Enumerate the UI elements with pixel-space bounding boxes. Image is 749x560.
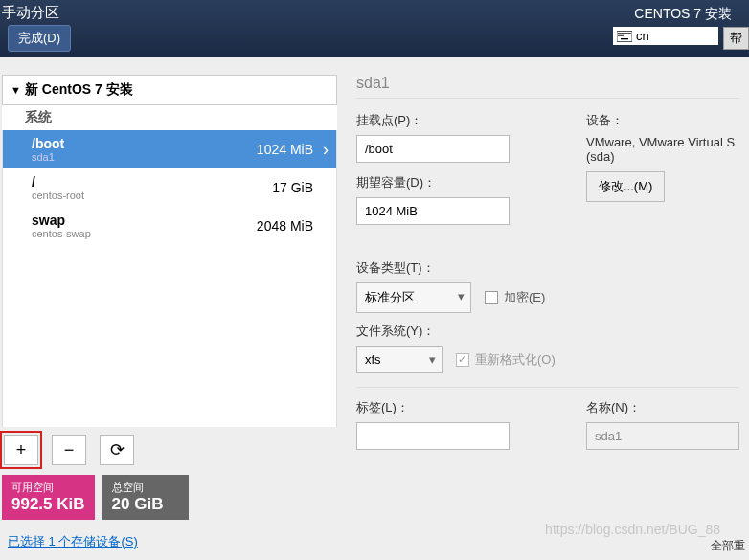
system-label: 系统 <box>2 105 337 130</box>
svg-rect-4 <box>624 33 624 34</box>
filesystem-label: 文件系统(Y)： <box>356 323 739 340</box>
svg-rect-7 <box>629 33 630 34</box>
svg-rect-11 <box>621 38 628 39</box>
refresh-button[interactable]: ⟳ <box>100 435 134 465</box>
detail-panel: sda1 挂载点(P)： 期望容量(D)： 设备： VMware, VMware… <box>337 75 749 560</box>
encrypt-label: 加密(E) <box>504 289 545 306</box>
installer-title: CENTOS 7 安装 <box>634 6 732 23</box>
tag-input[interactable] <box>356 422 510 450</box>
encrypt-checkbox-row[interactable]: 加密(E) <box>485 289 545 306</box>
total-space-label: 总空间 <box>112 481 179 495</box>
svg-rect-3 <box>622 33 623 34</box>
tag-label: 标签(L)： <box>356 399 510 416</box>
modify-button[interactable]: 修改...(M) <box>586 171 665 202</box>
partition-device: centos-root <box>32 190 84 201</box>
reformat-checkbox-row[interactable]: 重新格式化(O) <box>456 351 556 369</box>
remove-partition-button[interactable]: − <box>52 435 86 465</box>
available-space-box: 可用空间 992.5 KiB <box>2 475 95 520</box>
reset-all-label[interactable]: 全部重 <box>711 538 745 554</box>
partition-item-swap[interactable]: swap centos-swap 2048 MiB <box>3 207 336 245</box>
done-button[interactable]: 完成(D) <box>8 25 71 52</box>
header: 手动分区 完成(D) CENTOS 7 安装 cn 帮 <box>0 0 749 57</box>
chevron-down-icon: ▼ <box>11 84 21 96</box>
device-type-label: 设备类型(T)： <box>356 259 739 277</box>
mount-point-label: 挂载点(P)： <box>356 112 510 129</box>
svg-rect-10 <box>622 34 623 35</box>
desired-capacity-input[interactable] <box>356 197 510 225</box>
detail-title: sda1 <box>356 75 739 99</box>
chevron-right-icon: › <box>323 140 329 160</box>
partition-mount: /boot <box>32 136 64 151</box>
help-button[interactable]: 帮 <box>723 27 749 50</box>
page-title: 手动分区 <box>2 4 59 22</box>
partition-mount: / <box>32 174 84 190</box>
name-input <box>586 422 739 450</box>
install-tree-title: 新 CentOS 7 安装 <box>25 81 133 99</box>
add-partition-button[interactable]: + <box>4 435 38 465</box>
svg-rect-8 <box>618 34 619 35</box>
encrypt-checkbox[interactable] <box>485 291 498 304</box>
reformat-label: 重新格式化(O) <box>475 351 556 369</box>
keyboard-layout[interactable]: cn <box>613 27 718 45</box>
available-space-value: 992.5 KiB <box>11 495 85 514</box>
partition-list: /boot sda1 1024 MiB › / centos-root 17 G… <box>2 130 337 427</box>
partition-item-boot[interactable]: /boot sda1 1024 MiB › <box>3 130 336 168</box>
svg-rect-1 <box>618 33 619 34</box>
keyboard-layout-label: cn <box>636 29 649 43</box>
partition-device: centos-swap <box>32 228 91 239</box>
svg-rect-9 <box>620 34 621 35</box>
storage-devices-link[interactable]: 已选择 1 个存储设备(S) <box>2 524 337 560</box>
filesystem-select[interactable]: xfs <box>356 346 443 373</box>
total-space-box: 总空间 20 GiB <box>102 475 189 520</box>
partition-size: 17 GiB <box>272 180 313 195</box>
keyboard-icon <box>617 31 632 42</box>
available-space-label: 可用空间 <box>11 481 85 495</box>
svg-rect-5 <box>625 33 626 34</box>
reformat-checkbox[interactable] <box>456 353 469 367</box>
device-label: 设备： <box>586 112 739 129</box>
svg-rect-6 <box>627 33 628 34</box>
partition-device: sda1 <box>32 151 64 163</box>
device-type-select[interactable]: 标准分区 <box>356 282 471 313</box>
name-label: 名称(N)： <box>586 399 739 416</box>
desired-capacity-label: 期望容量(D)： <box>356 174 510 191</box>
mount-point-input[interactable] <box>356 135 510 163</box>
partition-size: 2048 MiB <box>257 218 313 234</box>
partition-mount: swap <box>32 213 91 228</box>
svg-rect-2 <box>620 33 621 34</box>
device-text: VMware, VMware Virtual S (sda) <box>586 135 739 164</box>
partition-panel: ▼ 新 CentOS 7 安装 系统 /boot sda1 1024 MiB ›… <box>2 75 337 560</box>
total-space-value: 20 GiB <box>112 495 179 514</box>
install-tree-header[interactable]: ▼ 新 CentOS 7 安装 <box>2 75 337 105</box>
partition-size: 1024 MiB <box>257 142 313 157</box>
partition-item-root[interactable]: / centos-root 17 GiB <box>3 168 336 207</box>
